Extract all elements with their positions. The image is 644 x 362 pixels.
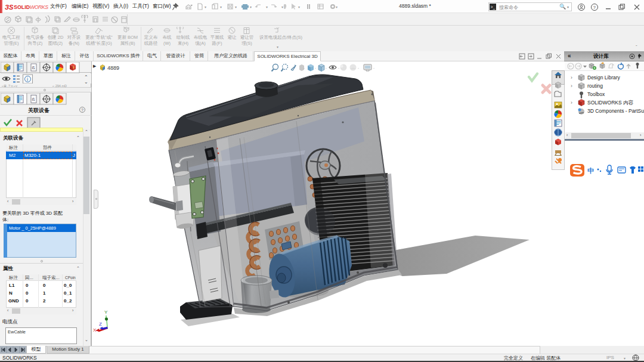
svg-text:SOLID: SOLID	[14, 4, 30, 10]
svg-text:?: ?	[593, 5, 596, 10]
svg-text:X: X	[93, 327, 97, 333]
svg-text:Y: Y	[104, 310, 108, 315]
svg-text:i: i	[27, 76, 28, 82]
svg-text:Z: Z	[99, 321, 102, 327]
svg-text:ß: ß	[32, 65, 35, 70]
svg-text:ЗS: ЗS	[5, 4, 14, 11]
svg-text:中: 中	[587, 167, 594, 174]
svg-text:WORKS: WORKS	[30, 4, 48, 10]
svg-text:ß: ß	[32, 97, 35, 102]
